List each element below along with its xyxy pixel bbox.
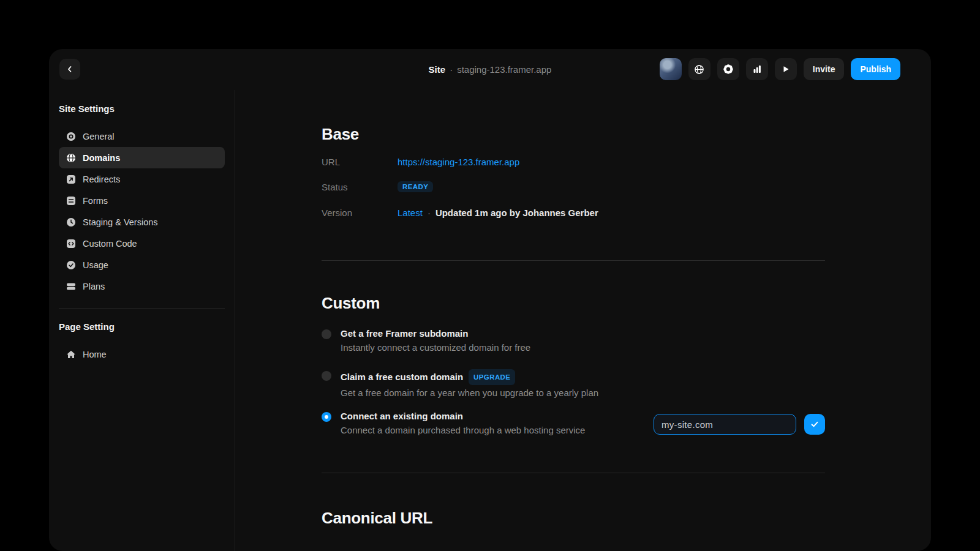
version-row: Version Latest · Updated 1m ago by Johan…	[322, 205, 598, 220]
code-icon	[66, 239, 76, 249]
sidebar-item-plans[interactable]: Plans	[59, 276, 225, 297]
sidebar-item-forms[interactable]: Forms	[59, 190, 225, 211]
status-label: Status	[322, 182, 398, 192]
sidebar-item-redirects[interactable]: Redirects	[59, 168, 225, 190]
radio-framer-subdomain[interactable]	[322, 329, 331, 339]
sidebar-item-domains[interactable]: Domains	[59, 147, 225, 168]
sidebar-item-label: Forms	[83, 196, 108, 206]
status-badge: READY	[398, 181, 433, 192]
base-heading: Base	[322, 125, 359, 144]
status-row: Status READY	[322, 179, 433, 194]
version-latest-link[interactable]: Latest	[398, 208, 423, 218]
publish-button[interactable]: Publish	[851, 58, 900, 80]
sidebar-item-label: Domains	[83, 153, 120, 163]
chevron-left-icon	[66, 65, 74, 73]
app-window: Site · staging-123.framer.app	[49, 49, 931, 551]
redirect-arrow-icon	[66, 174, 76, 184]
clock-icon	[66, 217, 76, 227]
plans-icon	[66, 282, 76, 291]
option-title: Get a free Framer subdomain	[341, 328, 530, 340]
sidebar-item-label: Plans	[83, 282, 105, 291]
upgrade-badge: UPGRADE	[469, 369, 515, 385]
page-setting-nav: Home	[59, 343, 225, 365]
sidebar-item-staging-versions[interactable]: Staging & Versions	[59, 211, 225, 233]
sidebar-item-label: Usage	[83, 260, 108, 270]
domain-input[interactable]	[654, 414, 796, 435]
canonical-url-heading: Canonical URL	[322, 509, 432, 528]
custom-heading: Custom	[322, 294, 380, 313]
sidebar-section-site-settings: Site Settings	[59, 103, 225, 114]
site-settings-nav: General Domains Redirects Forms	[59, 126, 225, 297]
globe-icon	[66, 153, 76, 163]
sidebar-item-custom-code[interactable]: Custom Code	[59, 233, 225, 254]
option-title-text: Claim a free custom domain	[341, 371, 463, 383]
main-content: Base URL https://staging-123.framer.app …	[322, 49, 825, 551]
option-title: Claim a free custom domain UPGRADE	[341, 369, 598, 385]
sidebar-item-home[interactable]: Home	[59, 343, 225, 365]
sidebar-item-label: Home	[83, 350, 107, 359]
sidebar-item-usage[interactable]: Usage	[59, 254, 225, 276]
sidebar-item-general[interactable]: General	[59, 126, 225, 147]
radio-existing-domain[interactable]	[322, 412, 331, 422]
site-url-link[interactable]: https://staging-123.framer.app	[398, 157, 519, 167]
option-title: Connect an existing domain	[341, 410, 585, 422]
radio-free-custom-domain[interactable]	[322, 371, 331, 381]
sidebar-divider	[59, 308, 225, 309]
sidebar-item-label: Redirects	[83, 174, 120, 184]
back-button[interactable]	[59, 59, 80, 80]
usage-icon	[66, 260, 76, 270]
section-divider	[322, 260, 825, 261]
forms-icon	[66, 196, 76, 206]
url-row: URL https://staging-123.framer.app	[322, 154, 519, 169]
confirm-domain-button[interactable]	[804, 414, 825, 435]
sidebar-item-label: Staging & Versions	[83, 217, 158, 227]
option-free-custom-domain: Claim a free custom domain UPGRADE Get a…	[322, 369, 665, 400]
sidebar-item-label: General	[83, 132, 115, 141]
sidebar-item-label: Custom Code	[83, 239, 137, 249]
section-divider	[322, 473, 825, 473]
option-subtitle: Get a free domain for a year when you up…	[341, 386, 598, 400]
url-label: URL	[322, 157, 398, 167]
option-subtitle: Connect a domain purchased through a web…	[341, 424, 585, 437]
option-subtitle: Instantly connect a customized domain fo…	[341, 341, 530, 354]
option-existing-domain: Connect an existing domain Connect a dom…	[322, 410, 665, 437]
sidebar-section-page-setting: Page Setting	[59, 321, 225, 332]
target-icon	[66, 132, 76, 141]
version-label: Version	[322, 208, 398, 218]
version-separator: ·	[428, 208, 431, 218]
home-icon	[66, 350, 76, 359]
option-framer-subdomain: Get a free Framer subdomain Instantly co…	[322, 328, 665, 354]
sidebar: Site Settings General Domains Redirects	[49, 90, 235, 551]
version-note: Updated 1m ago by Johannes Gerber	[435, 208, 598, 218]
check-icon	[810, 419, 820, 429]
